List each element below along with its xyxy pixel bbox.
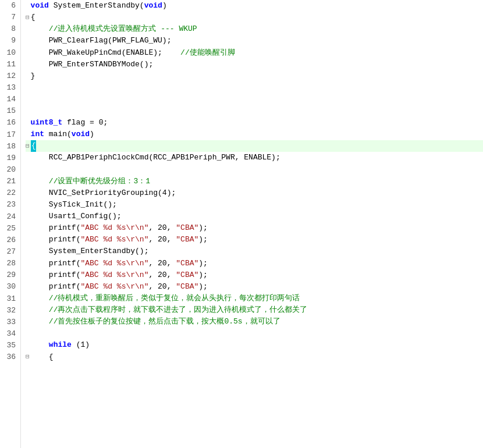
indent: [31, 187, 49, 199]
collapse-marker: [26, 212, 30, 222]
line-number: 18: [2, 141, 16, 152]
collapse-marker: [26, 258, 30, 268]
line-number: 19: [2, 152, 16, 164]
indent: [31, 35, 49, 47]
token-plain: main(: [44, 129, 72, 140]
token-comment: //首先按住板子的复位按键，然后点击下载，按大概0.5s，就可以了: [49, 316, 280, 328]
token-plain: printf(: [49, 222, 81, 234]
token-plain: PWR_WakeUpPinCmd(ENABLE);: [49, 47, 162, 59]
token-plain: printf(: [49, 234, 81, 246]
collapse-marker: [26, 235, 30, 245]
token-plain: , 20,: [148, 234, 176, 246]
code-line: //待机模式，重新唤醒后，类似于复位，就会从头执行，每次都打印两句话: [26, 293, 483, 304]
collapse-marker: [26, 294, 30, 304]
line-number: 33: [2, 317, 16, 328]
line-number: 8: [2, 23, 16, 35]
token-plain: Usart1_Config();: [49, 211, 122, 222]
token-type: uint8_t: [31, 117, 63, 129]
code-line: //再次点击下载程序时，就下载不进去了，因为进入待机模式了，什么都关了: [26, 304, 483, 316]
token-cyan: {: [31, 140, 37, 152]
line-number: 28: [2, 258, 16, 269]
line-number: 15: [2, 105, 16, 117]
token-plain: );: [198, 258, 208, 269]
token-plain: , 20,: [148, 222, 176, 234]
token-kw: void: [31, 0, 49, 12]
line-number: 9: [2, 35, 16, 47]
token-plain: System_EnterStandby(: [49, 0, 144, 12]
line-number: 13: [2, 82, 16, 94]
token-kw: void: [144, 0, 162, 12]
collapse-marker: [26, 48, 30, 58]
code-line: Usart1_Config();: [26, 211, 483, 222]
code-line: ⊟{: [26, 12, 483, 23]
line-number: 34: [2, 328, 16, 340]
indent: [31, 176, 49, 187]
collapse-marker: [26, 130, 30, 140]
indent: [31, 199, 49, 211]
token-plain: printf(: [49, 258, 81, 269]
token-comment: //进入待机模式先设置唤醒方式 --- WKUP: [49, 23, 197, 35]
code-line: RCC_APB1PeriphClockCmd(RCC_APB1Periph_PW…: [26, 152, 483, 163]
token-plain: }: [31, 70, 35, 82]
code-editor: 6789101112131415161718192021222324252627…: [0, 0, 483, 448]
token-plain: , 20,: [148, 258, 176, 269]
line-numbers: 6789101112131415161718192021222324252627…: [0, 0, 21, 448]
collapse-marker: [26, 153, 30, 163]
collapse-marker: [26, 59, 30, 69]
code-line: NVIC_SetPriorityGrouping(4);: [26, 187, 483, 199]
token-kw: while: [49, 339, 72, 351]
token-plain: , 20,: [148, 269, 176, 281]
collapse-marker: [26, 1, 30, 11]
line-number: 16: [2, 117, 16, 129]
token-str: "ABC %d %s\r\n": [80, 234, 148, 246]
token-plain: System_EnterStandby();: [49, 246, 149, 257]
code-content: void System_EnterStandby(void)⊟{ //进入待机模…: [21, 0, 483, 448]
collapse-marker[interactable]: ⊟: [26, 13, 30, 23]
code-line: SysTick_Init();: [26, 199, 483, 211]
token-plain: );: [198, 269, 208, 281]
indent: [31, 293, 49, 304]
line-number: 32: [2, 305, 16, 317]
code-line: PWR_ClearFlag(PWR_FLAG_WU);: [26, 35, 483, 47]
line-number: 25: [2, 223, 16, 234]
collapse-marker: [26, 36, 30, 46]
line-number: 20: [2, 164, 16, 176]
code-line: }: [26, 70, 483, 82]
token-plain: , 20,: [148, 281, 176, 293]
token-str: "ABC %d %s\r\n": [80, 281, 148, 293]
token-plain: );: [198, 222, 208, 234]
token-plain: [162, 47, 180, 59]
line-number: 31: [2, 293, 16, 305]
line-number: 11: [2, 59, 16, 70]
line-number: 10: [2, 47, 16, 59]
collapse-marker: [26, 247, 30, 257]
line-number: 17: [2, 129, 16, 141]
collapse-marker[interactable]: ⊟: [26, 141, 30, 151]
collapse-marker[interactable]: ⊟: [26, 352, 30, 362]
token-plain: ): [162, 0, 167, 12]
code-area: 6789101112131415161718192021222324252627…: [0, 0, 483, 448]
token-str: "CBA": [176, 281, 198, 293]
line-number: 14: [2, 94, 16, 105]
code-line: //首先按住板子的复位按键，然后点击下载，按大概0.5s，就可以了: [26, 316, 483, 328]
token-plain: );: [198, 234, 208, 246]
line-number: 7: [2, 12, 16, 23]
code-line: [26, 164, 483, 176]
collapse-marker: [26, 94, 30, 104]
code-line: [26, 94, 483, 105]
code-line: printf("ABC %d %s\r\n", 20, "CBA");: [26, 269, 483, 281]
code-line: void System_EnterStandby(void): [26, 0, 483, 12]
token-comment: //待机模式，重新唤醒后，类似于复位，就会从头执行，每次都打印两句话: [49, 293, 300, 304]
indent: [31, 246, 49, 257]
indent: [31, 234, 49, 246]
token-plain: NVIC_SetPriorityGrouping(4);: [49, 187, 176, 199]
token-str: "ABC %d %s\r\n": [80, 222, 148, 234]
code-line: System_EnterStandby();: [26, 246, 483, 257]
line-number: 36: [2, 351, 16, 363]
token-str: "CBA": [176, 234, 198, 246]
collapse-marker: [26, 200, 30, 209]
token-plain: printf(: [49, 269, 81, 281]
token-plain: {: [31, 12, 35, 23]
collapse-marker: [26, 83, 30, 93]
code-line: printf("ABC %d %s\r\n", 20, "CBA");: [26, 234, 483, 246]
